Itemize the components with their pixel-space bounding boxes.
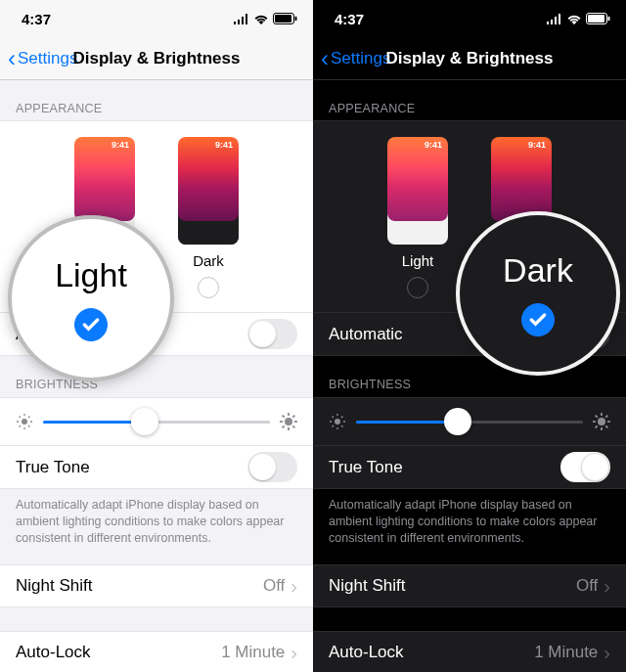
status-right xyxy=(233,13,297,24)
back-label: Settings xyxy=(18,49,77,68)
truetone-label: True Tone xyxy=(329,458,403,477)
chevron-right-icon: › xyxy=(291,576,297,596)
svg-point-33 xyxy=(598,418,605,426)
battery-icon xyxy=(586,13,610,24)
sun-large-icon xyxy=(280,413,297,430)
automatic-label: Automatic xyxy=(329,325,403,344)
autolock-label: Auto-Lock xyxy=(16,643,91,662)
signal-icon xyxy=(233,14,249,24)
dark-radio[interactable] xyxy=(198,277,219,298)
svg-line-40 xyxy=(605,416,607,418)
chevron-right-icon: › xyxy=(291,643,297,662)
brightness-slider[interactable] xyxy=(43,408,270,435)
nightshift-row[interactable]: Night Shift Off › xyxy=(313,564,626,607)
light-label: Light xyxy=(402,252,434,269)
svg-rect-2 xyxy=(295,17,297,21)
nav-bar: ‹ Settings Display & Brightness xyxy=(0,37,313,80)
magnifier-light: Light xyxy=(8,215,174,381)
magnifier-dark-radio xyxy=(521,303,555,336)
light-preview: 9:41 xyxy=(387,137,448,245)
chevron-right-icon: › xyxy=(604,576,610,596)
truetone-label: True Tone xyxy=(16,458,90,477)
autolock-value: 1 Minute › xyxy=(221,643,297,662)
sun-small-icon xyxy=(329,413,346,430)
autolock-value: 1 Minute › xyxy=(534,643,610,662)
magnifier-light-label: Light xyxy=(55,256,127,294)
magnifier-dark: Dark xyxy=(456,211,620,376)
svg-rect-1 xyxy=(275,15,291,22)
svg-point-3 xyxy=(22,419,27,425)
svg-rect-23 xyxy=(608,17,610,21)
nightshift-label: Night Shift xyxy=(16,576,92,596)
sun-small-icon xyxy=(16,413,33,430)
light-mode-screen: 4:37 ‹ Settings Display & Brightness APP… xyxy=(0,0,313,672)
dark-label: Dark xyxy=(193,252,224,269)
appearance-dark-option[interactable]: 9:41 Dark xyxy=(178,137,239,298)
svg-line-20 xyxy=(283,426,285,427)
svg-line-30 xyxy=(341,426,343,427)
dark-preview: 9:41 xyxy=(178,137,239,245)
svg-line-11 xyxy=(20,426,22,427)
appearance-header: APPEARANCE xyxy=(0,80,313,121)
svg-rect-22 xyxy=(588,15,604,22)
chevron-right-icon: › xyxy=(604,643,610,662)
dark-mode-screen: 4:37 ‹ Settings Display & Brightness APP… xyxy=(313,0,626,672)
truetone-row[interactable]: True Tone xyxy=(0,446,313,489)
svg-line-19 xyxy=(292,416,294,418)
svg-line-38 xyxy=(596,416,598,418)
truetone-footer: Automatically adapt iPhone display based… xyxy=(313,489,626,564)
magnifier-dark-label: Dark xyxy=(503,251,573,290)
svg-line-41 xyxy=(596,426,598,427)
truetone-toggle[interactable] xyxy=(560,452,610,482)
truetone-toggle[interactable] xyxy=(247,452,297,482)
autolock-label: Auto-Lock xyxy=(329,643,404,662)
chevron-left-icon: ‹ xyxy=(321,47,329,70)
truetone-footer: Automatically adapt iPhone display based… xyxy=(0,489,313,564)
svg-line-8 xyxy=(20,417,22,419)
svg-line-32 xyxy=(333,426,335,427)
nightshift-row[interactable]: Night Shift Off › xyxy=(0,564,313,607)
chevron-left-icon: ‹ xyxy=(8,47,16,70)
svg-line-18 xyxy=(292,426,294,427)
automatic-toggle[interactable] xyxy=(247,319,297,349)
nightshift-value: Off › xyxy=(263,576,297,596)
svg-line-29 xyxy=(333,417,335,419)
autolock-row[interactable]: Auto-Lock 1 Minute › xyxy=(313,631,626,672)
appearance-light-option[interactable]: 9:41 Light xyxy=(387,137,448,298)
status-time: 4:37 xyxy=(335,11,364,27)
status-bar: 4:37 xyxy=(0,0,313,37)
status-bar: 4:37 xyxy=(313,0,626,37)
svg-line-31 xyxy=(341,417,343,419)
truetone-row[interactable]: True Tone xyxy=(313,446,626,489)
brightness-slider-row xyxy=(313,397,626,446)
back-label: Settings xyxy=(331,49,390,68)
svg-point-12 xyxy=(285,418,292,426)
sun-large-icon xyxy=(593,413,610,430)
wifi-icon xyxy=(253,14,269,24)
svg-line-10 xyxy=(28,417,30,419)
nav-bar: ‹ Settings Display & Brightness xyxy=(313,37,626,80)
battery-icon xyxy=(273,13,297,24)
status-right xyxy=(546,13,610,24)
wifi-icon xyxy=(566,14,582,24)
light-radio[interactable] xyxy=(407,277,428,298)
brightness-slider-row xyxy=(0,397,313,446)
back-button[interactable]: ‹ Settings xyxy=(321,47,390,70)
svg-line-9 xyxy=(28,426,30,427)
svg-line-17 xyxy=(283,416,285,418)
nightshift-label: Night Shift xyxy=(329,576,405,596)
appearance-header: APPEARANCE xyxy=(313,80,626,121)
autolock-row[interactable]: Auto-Lock 1 Minute › xyxy=(0,631,313,672)
back-button[interactable]: ‹ Settings xyxy=(8,47,77,70)
svg-line-39 xyxy=(605,426,607,427)
nightshift-value: Off › xyxy=(576,576,610,596)
brightness-slider[interactable] xyxy=(356,408,583,435)
svg-point-24 xyxy=(335,419,340,425)
magnifier-light-radio xyxy=(74,308,108,341)
status-time: 4:37 xyxy=(22,11,51,27)
signal-icon xyxy=(546,14,562,24)
